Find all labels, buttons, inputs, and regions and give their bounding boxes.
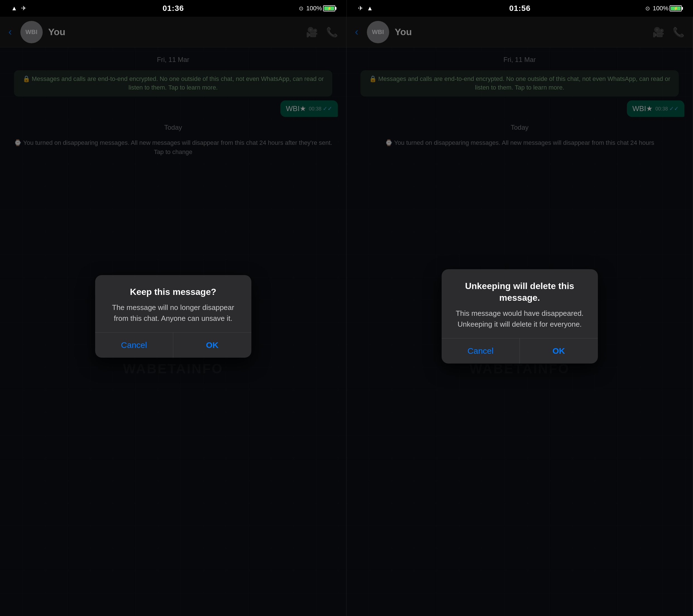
dialog-actions-right: Cancel OK <box>442 338 598 363</box>
dialog-overlay-left: Keep this message? The message will no l… <box>0 17 346 616</box>
dialog-overlay-right: Unkeeping will delete this message. This… <box>346 17 693 616</box>
dialog-box-right: Unkeeping will delete this message. This… <box>442 269 598 363</box>
dialog-title-left: Keep this message? <box>105 286 241 298</box>
dialog-body-left: Keep this message? The message will no l… <box>95 275 251 333</box>
battery-right: 100% ⚡ <box>653 5 682 12</box>
airplane-icon-right: ✈ <box>358 5 363 12</box>
cancel-button-left[interactable]: Cancel <box>95 333 174 358</box>
time-right: 01:56 <box>509 4 531 13</box>
time-left: 01:36 <box>163 4 184 13</box>
ok-button-right[interactable]: OK <box>520 338 598 363</box>
status-bar: ▲ ✈ 01:36 ⊙ 100% ⚡ ✈ ▲ 01:56 ⊙ 100% ⚡ <box>0 0 693 17</box>
status-bar-left: ▲ ✈ 01:36 ⊙ 100% ⚡ <box>0 0 346 17</box>
dialog-box-left: Keep this message? The message will no l… <box>95 275 251 358</box>
dialog-body-right: Unkeeping will delete this message. This… <box>442 269 598 338</box>
dialog-message-right: This message would have disappeared. Unk… <box>452 308 588 330</box>
status-icons-right-left: ⊙ 100% ⚡ <box>299 5 335 12</box>
wifi-icon-left: ▲ <box>11 5 17 12</box>
location-icon-right: ⊙ <box>645 5 650 12</box>
location-icon-left: ⊙ <box>299 5 303 12</box>
dialog-message-left: The message will no longer disappear fro… <box>105 302 241 324</box>
battery-left: 100% ⚡ <box>306 5 335 12</box>
screen-left: ‹ WBI You 🎥 📞 Fri, 11 Mar 🔒 Messages and… <box>0 17 346 616</box>
cancel-button-right[interactable]: Cancel <box>442 338 520 363</box>
dialog-title-right: Unkeeping will delete this message. <box>452 280 588 303</box>
dialog-actions-left: Cancel OK <box>95 332 251 358</box>
signal-icon-left: ✈ <box>21 5 26 12</box>
status-bar-right: ✈ ▲ 01:56 ⊙ 100% ⚡ <box>346 0 693 17</box>
status-icons-right-right: ⊙ 100% ⚡ <box>645 5 682 12</box>
ok-button-left[interactable]: OK <box>173 333 251 358</box>
screen-right: ‹ WBI You 🎥 📞 Fri, 11 Mar 🔒 Messages and… <box>346 17 693 616</box>
wifi-icon-right: ▲ <box>367 5 373 12</box>
